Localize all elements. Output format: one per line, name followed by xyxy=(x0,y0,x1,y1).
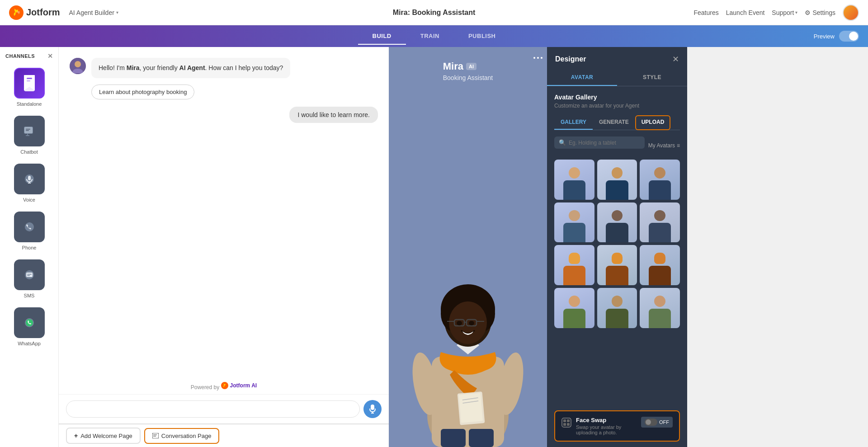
user-avatar[interactable] xyxy=(843,5,859,21)
ai-agent-builder-btn[interactable]: AI Agent Builder ▾ xyxy=(69,9,118,16)
toggle-off-knob xyxy=(645,419,657,426)
toggle-knob xyxy=(849,32,858,41)
whatsapp-icon xyxy=(23,316,36,329)
mic-button[interactable] xyxy=(363,400,382,418)
svg-rect-64 xyxy=(567,423,570,426)
svg-rect-60 xyxy=(562,418,571,427)
add-welcome-label: Add Welcome Page xyxy=(80,433,132,439)
sub-tab-generate[interactable]: GENERATE xyxy=(593,115,635,130)
my-avatars-btn[interactable]: My Avatars ≡ xyxy=(648,142,680,149)
nav-right: Features Launch Event Support ▾ ⚙ Settin… xyxy=(693,5,859,21)
agent-avatar-inner xyxy=(70,58,86,74)
face-swap-title: Face Swap xyxy=(576,417,637,423)
face-swap-toggle-label: OFF xyxy=(659,419,669,425)
tab-publish[interactable]: PUBLISH xyxy=(454,28,510,45)
sidebar-item-sms[interactable]: SMS xyxy=(0,255,58,303)
channels-label: CHANNELS xyxy=(5,53,35,59)
tab-train[interactable]: TRAIN xyxy=(406,28,454,45)
launch-event-link[interactable]: Launch Event xyxy=(726,9,765,16)
sub-tab-upload[interactable]: UPLOAD xyxy=(635,115,671,130)
face-swap-toggle[interactable]: OFF xyxy=(641,417,673,428)
face-swap-svg xyxy=(561,418,571,428)
svg-rect-4 xyxy=(27,80,30,81)
face-swap-text: Face Swap Swap your avatar by uploading … xyxy=(576,417,637,435)
support-label: Support xyxy=(772,9,794,16)
svg-rect-12 xyxy=(28,176,31,180)
phone-icon-box xyxy=(14,212,45,242)
avatar-gallery-sub: Customize an avatar for your Agent xyxy=(554,103,680,109)
chat-input[interactable] xyxy=(66,400,360,418)
settings-link[interactable]: ⚙ Settings xyxy=(805,9,835,16)
bookmark-icon xyxy=(22,74,37,92)
avatar-thumb-9[interactable] xyxy=(640,245,680,285)
face-swap-icon xyxy=(561,418,571,430)
svg-point-33 xyxy=(533,57,535,59)
avatar-thumb-7[interactable] xyxy=(554,245,594,285)
greeting-end-text: . How can I help you today? xyxy=(205,64,283,71)
svg-point-34 xyxy=(537,57,539,59)
features-link[interactable]: Features xyxy=(693,9,718,16)
main-tabs: BUILD TRAIN PUBLISH xyxy=(358,28,510,45)
avatar-thumb-12[interactable] xyxy=(640,288,680,328)
whatsapp-icon-box xyxy=(14,307,45,338)
avatar-thumb-8[interactable] xyxy=(597,245,637,285)
tab-style[interactable]: STYLE xyxy=(617,70,687,86)
avatar-thumb-6[interactable] xyxy=(640,202,680,243)
avatar-thumb-4[interactable] xyxy=(554,202,594,243)
main-area: CHANNELS ✕ Standalone xyxy=(0,47,868,447)
avatar-thumb-10[interactable] xyxy=(554,288,594,328)
avatar-thumb-1[interactable] xyxy=(554,160,594,200)
sidebar-item-voice[interactable]: Voice xyxy=(0,159,58,207)
filter-icon: ≡ xyxy=(677,142,680,149)
avatar-panel-menu[interactable] xyxy=(533,52,542,61)
nav-left: Jotform AI Agent Builder ▾ xyxy=(9,5,118,20)
mic-icon xyxy=(369,405,376,414)
svg-point-23 xyxy=(26,319,33,326)
chat-input-area xyxy=(59,394,389,423)
chat-messages: Hello! I'm Mira, your friendly AI Agent.… xyxy=(59,47,389,378)
sms-icon-box xyxy=(14,259,45,290)
avatar-thumb-2[interactable] xyxy=(597,160,637,200)
conversation-page-icon xyxy=(152,433,159,438)
avatar-image-area xyxy=(389,81,547,447)
sidebar-item-phone[interactable]: Phone xyxy=(0,207,58,255)
sidebar-item-chatbot[interactable]: Chatbot xyxy=(0,111,58,159)
designer-panel: Designer ✕ AVATAR STYLE Avatar Gallery C… xyxy=(547,47,687,447)
sub-tab-gallery[interactable]: GALLERY xyxy=(554,115,593,130)
conversation-page-btn[interactable]: Conversation Page xyxy=(144,428,220,444)
agent-avatar xyxy=(70,58,86,74)
avatar-thumb-5[interactable] xyxy=(597,202,637,243)
avatar-search-input[interactable] xyxy=(569,140,640,146)
support-link[interactable]: Support ▾ xyxy=(772,9,797,16)
add-welcome-page-btn[interactable]: + Add Welcome Page xyxy=(66,428,141,444)
svg-point-0 xyxy=(9,5,24,20)
tab-avatar[interactable]: AVATAR xyxy=(547,70,617,86)
svg-rect-59 xyxy=(469,429,494,447)
ai-badge: AI xyxy=(466,63,476,70)
tab-build[interactable]: BUILD xyxy=(358,28,406,45)
jotform-logo[interactable]: Jotform xyxy=(9,5,60,20)
designer-tabs: AVATAR STYLE xyxy=(547,70,687,86)
svg-rect-3 xyxy=(27,78,32,79)
designer-header: Designer ✕ xyxy=(547,47,687,70)
svg-point-15 xyxy=(25,222,34,231)
svg-point-35 xyxy=(541,57,542,59)
sidebar-item-whatsapp[interactable]: WhatsApp xyxy=(0,303,58,351)
preview-toggle: Preview xyxy=(814,31,859,42)
agent-name-bold: Mira xyxy=(127,64,140,71)
avatar-thumb-11[interactable] xyxy=(597,288,637,328)
suggestion-button[interactable]: Learn about photography booking xyxy=(91,85,194,99)
avatar-thumb-3[interactable] xyxy=(640,160,680,200)
user-message-row: I would like to learn more. xyxy=(70,107,378,123)
chatbot-icon-box xyxy=(14,116,45,146)
preview-toggle-switch[interactable] xyxy=(839,31,859,42)
greeting-text: Hello! I'm xyxy=(99,64,127,71)
bottom-bar: + Add Welcome Page Conversation Page xyxy=(59,423,389,447)
designer-close-btn[interactable]: ✕ xyxy=(672,54,679,64)
designer-content: Avatar Gallery Customize an avatar for y… xyxy=(547,86,687,407)
close-sidebar-icon[interactable]: ✕ xyxy=(47,52,53,60)
phone-icon xyxy=(23,221,36,233)
sidebar-item-standalone[interactable]: Standalone xyxy=(0,63,58,111)
powered-by-text: Powered by xyxy=(191,384,219,391)
suggestion-container: Learn about photography booking xyxy=(91,83,290,99)
